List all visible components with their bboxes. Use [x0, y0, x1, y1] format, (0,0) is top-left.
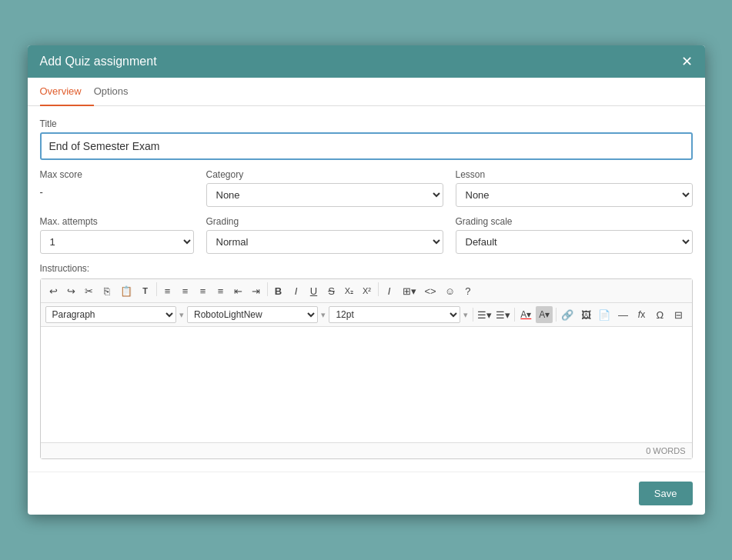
word-count: 0 WORDS [41, 442, 692, 458]
editor-area[interactable] [41, 327, 692, 442]
max-attempts-label: Max. attempts [40, 216, 194, 227]
link-button[interactable]: 🔗 [559, 306, 576, 323]
align-left-button[interactable]: ≡ [159, 282, 176, 299]
help-button[interactable]: ? [460, 282, 476, 299]
modal-container: Add Quiz assignment ✕ Overview Options T… [28, 45, 705, 515]
instructions-label: Instructions: [40, 263, 693, 274]
lesson-group: Lesson None [456, 169, 693, 207]
copy-button[interactable]: ⎘ [99, 282, 115, 299]
modal-body: Title Max score - Category None Lesson N… [28, 106, 705, 472]
align-right-button[interactable]: ≡ [195, 282, 212, 299]
save-button[interactable]: Save [639, 482, 693, 505]
hr-button[interactable]: — [614, 306, 631, 323]
undo-button[interactable]: ↩ [45, 282, 62, 299]
grading-scale-group: Grading scale Default [456, 216, 693, 254]
special-chars-button[interactable]: Ω [651, 306, 668, 323]
highlight-button[interactable]: A▾ [536, 306, 553, 323]
code-button[interactable]: <> [421, 282, 440, 299]
redo-button[interactable]: ↪ [63, 282, 80, 299]
grading-group: Grading Normal Highest Last First Averag… [206, 216, 443, 254]
align-center-button[interactable]: ≡ [177, 282, 194, 299]
file-button[interactable]: 📄 [596, 306, 613, 323]
modal-footer: Save [28, 472, 705, 515]
lesson-select[interactable]: None [456, 183, 693, 207]
title-label: Title [40, 118, 693, 129]
max-score-group: Max score - [40, 169, 194, 207]
italic2-button[interactable]: I [381, 282, 398, 299]
paste-text-button[interactable]: T [137, 282, 154, 299]
cut-button[interactable]: ✂ [81, 282, 98, 299]
form-row-1: Max score - Category None Lesson None [40, 169, 693, 207]
sep2 [267, 282, 268, 296]
size-select[interactable]: 12pt 10pt 14pt 18pt [329, 306, 460, 323]
max-attempts-select[interactable]: 1 2 3 4 5 [40, 230, 194, 254]
modal-title: Add Quiz assignment [40, 55, 157, 68]
tab-bar: Overview Options [28, 78, 705, 106]
font-color-button[interactable]: A▾ [517, 306, 534, 323]
underline-button[interactable]: U [306, 282, 323, 299]
lesson-label: Lesson [456, 169, 693, 180]
grading-scale-label: Grading scale [456, 216, 693, 227]
formula-button[interactable]: fx [633, 306, 650, 323]
grading-select[interactable]: Normal Highest Last First Average [206, 230, 443, 254]
category-label: Category [206, 169, 443, 180]
list-unordered-button[interactable]: ☰▾ [476, 306, 493, 323]
indent-increase-button[interactable]: ⇥ [248, 282, 265, 299]
max-score-value: - [40, 183, 194, 198]
editor-toolbar-row2: Paragraph Heading 1 Heading 2 Heading 3 … [41, 303, 692, 327]
max-score-label: Max score [40, 169, 194, 180]
editor-container: ↩ ↪ ✂ ⎘ 📋 T ≡ ≡ ≡ ≡ ⇤ ⇥ B I U S X₂ X² [40, 278, 693, 459]
modal-header: Add Quiz assignment ✕ [28, 45, 705, 78]
category-select[interactable]: None [206, 183, 443, 207]
superscript-button[interactable]: X² [359, 282, 376, 299]
tab-overview[interactable]: Overview [40, 78, 94, 106]
italic-button[interactable]: I [288, 282, 305, 299]
paste-button[interactable]: 📋 [116, 282, 136, 299]
grading-scale-select[interactable]: Default [456, 230, 693, 254]
align-justify-button[interactable]: ≡ [212, 282, 229, 299]
emoji-button[interactable]: ☺ [441, 282, 459, 299]
max-attempts-group: Max. attempts 1 2 3 4 5 [40, 216, 194, 254]
list-ordered-button[interactable]: ☰▾ [494, 306, 511, 323]
editor-toolbar-row1: ↩ ↪ ✂ ⎘ 📋 T ≡ ≡ ≡ ≡ ⇤ ⇥ B I U S X₂ X² [41, 279, 692, 303]
image-button[interactable]: 🖼 [577, 306, 594, 323]
indent-decrease-button[interactable]: ⇤ [230, 282, 247, 299]
grading-label: Grading [206, 216, 443, 227]
sep3 [378, 282, 379, 296]
close-button[interactable]: ✕ [681, 55, 693, 68]
table-button[interactable]: ⊞▾ [399, 282, 420, 299]
tab-options[interactable]: Options [94, 78, 141, 106]
font-select[interactable]: RobotoLightNew Arial [187, 306, 318, 323]
category-group: Category None [206, 169, 443, 207]
title-input[interactable] [40, 132, 693, 160]
strikethrough-button[interactable]: S [323, 282, 340, 299]
embed-button[interactable]: ⊟ [670, 306, 687, 323]
subscript-button[interactable]: X₂ [341, 282, 358, 299]
paragraph-select[interactable]: Paragraph Heading 1 Heading 2 Heading 3 [45, 306, 176, 323]
sep1 [156, 282, 157, 296]
form-row-2: Max. attempts 1 2 3 4 5 Grading Normal H… [40, 216, 693, 254]
bold-button[interactable]: B [270, 282, 287, 299]
